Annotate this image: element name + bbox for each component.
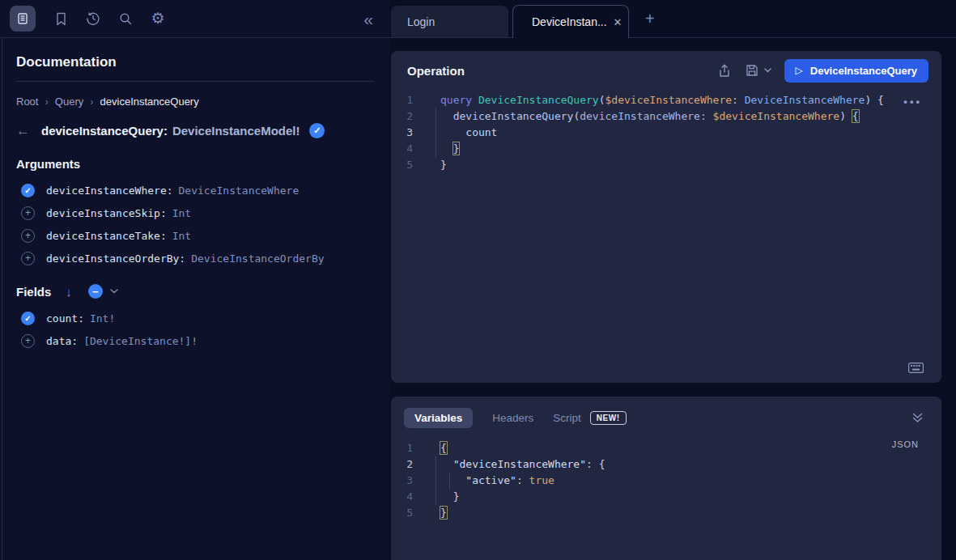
field-name: count:	[46, 312, 84, 325]
fields-heading: Fields	[16, 285, 51, 299]
documentation-icon[interactable]	[10, 6, 36, 32]
run-operation-button[interactable]: ▷ DeviceInstanceQuery	[784, 59, 928, 83]
breadcrumb-separator-icon: ›	[83, 95, 100, 108]
back-arrow-icon[interactable]: ←	[16, 124, 30, 138]
operation-title: Operation	[407, 64, 465, 78]
argument-name: deviceInstanceWhere:	[46, 185, 173, 197]
settings-gear-icon[interactable]: ⚙	[151, 11, 165, 26]
line-number: 5	[391, 157, 413, 173]
bottom-tab-bar: Variables Headers Script NEW!	[391, 397, 941, 429]
tab-variables[interactable]: Variables	[404, 408, 473, 428]
field-name: data:	[46, 335, 78, 347]
line-number: 4	[391, 141, 413, 157]
breadcrumb-query[interactable]: Query	[55, 95, 83, 108]
code-line: 1{	[391, 440, 941, 456]
share-icon[interactable]	[718, 64, 731, 78]
search-icon[interactable]	[118, 11, 133, 26]
code-line: 5}	[391, 505, 941, 521]
save-icon[interactable]	[746, 64, 771, 77]
variables-panel: Variables Headers Script NEW! JSON 1{2 "…	[391, 397, 941, 560]
documentation-panel: ⚙ « Documentation Root › Query › deviceI…	[0, 0, 389, 560]
new-tab-icon[interactable]: +	[645, 11, 655, 27]
breadcrumb-root[interactable]: Root	[16, 95, 38, 108]
argument-name: deviceInstanceTake:	[46, 230, 167, 242]
close-tab-icon[interactable]: ✕	[614, 16, 622, 28]
field-return-type[interactable]: DeviceInstanceModel!	[172, 124, 300, 138]
more-menu-icon[interactable]: •••	[903, 95, 922, 108]
tab-bar: Login DeviceInstan... ✕ +	[389, 0, 956, 38]
field-add-icon[interactable]: +	[21, 334, 35, 348]
run-label: DeviceInstanceQuery	[810, 65, 917, 77]
argument-add-icon[interactable]: +	[21, 206, 35, 220]
argument-type[interactable]: Int	[172, 207, 191, 219]
argument-name: deviceInstanceSkip:	[46, 207, 167, 219]
chevron-down-icon[interactable]	[110, 289, 118, 294]
argument-type[interactable]: Int	[172, 230, 191, 242]
code-line: 1query DeviceInstanceQuery($deviceInstan…	[391, 92, 941, 108]
keyboard-shortcuts-icon[interactable]	[908, 363, 924, 373]
tab-device-instance-query[interactable]: DeviceInstan... ✕	[512, 5, 629, 38]
tab-script[interactable]: Script	[553, 412, 581, 424]
arguments-heading: Arguments	[16, 157, 373, 171]
tab-login[interactable]: Login	[391, 6, 508, 37]
tab-label: Login	[407, 15, 435, 28]
line-number: 2	[391, 108, 413, 125]
line-number: 1	[391, 440, 413, 456]
tab-headers[interactable]: Headers	[492, 412, 533, 424]
argument-type[interactable]: DeviceInstanceWhere	[179, 185, 300, 197]
field-header: ← deviceInstanceQuery: DeviceInstanceMod…	[16, 121, 373, 139]
field-name: deviceInstanceQuery:	[41, 124, 168, 138]
save-menu-chevron-icon[interactable]	[764, 68, 771, 73]
breadcrumb-separator-icon: ›	[38, 95, 54, 108]
code-line: 2 "deviceInstanceWhere": {	[391, 456, 941, 473]
breadcrumb: Root › Query › deviceInstanceQuery	[16, 95, 373, 108]
field-type[interactable]: [DeviceInstance!]!	[83, 335, 198, 347]
field-selected-icon[interactable]: ✓	[21, 312, 35, 325]
argument-row: ✓ deviceInstanceWhere: DeviceInstanceWhe…	[16, 182, 373, 198]
fields-heading-row: Fields ↓ −	[16, 284, 373, 299]
new-badge: NEW!	[590, 411, 627, 425]
field-row: ✓ count: Int!	[16, 310, 373, 326]
panel-title: Documentation	[16, 54, 373, 70]
line-number: 5	[391, 505, 413, 521]
play-icon: ▷	[796, 66, 803, 75]
code-line: 5}	[391, 157, 941, 173]
operation-header: Operation ▷ DeviceInstanceQuery	[391, 51, 941, 83]
argument-row: + deviceInstanceOrderBy: DeviceInstanceO…	[16, 250, 373, 266]
divider	[16, 81, 373, 82]
argument-row: + deviceInstanceTake: Int	[16, 227, 373, 244]
sidebar-icon-bar: ⚙ «	[0, 0, 389, 38]
sort-down-icon[interactable]: ↓	[66, 285, 72, 299]
query-editor[interactable]: 1query DeviceInstanceQuery($deviceInstan…	[391, 92, 941, 173]
argument-type[interactable]: DeviceInstanceOrderBy	[191, 252, 324, 265]
code-line: 2 deviceInstanceQuery(deviceInstanceWher…	[391, 108, 941, 125]
code-line: 3 count	[391, 125, 941, 141]
code-line: 4 }	[391, 141, 941, 157]
line-number: 2	[391, 456, 413, 473]
code-line: 3 "active": true	[391, 473, 941, 489]
selected-check-icon: ✓	[309, 123, 325, 138]
argument-selected-icon[interactable]: ✓	[21, 184, 35, 197]
code-line: 4 }	[391, 489, 941, 505]
argument-add-icon[interactable]: +	[21, 252, 35, 265]
collapse-sidebar-icon[interactable]: «	[363, 11, 376, 28]
tab-label: DeviceInstan...	[532, 15, 607, 28]
argument-add-icon[interactable]: +	[21, 229, 35, 243]
bookmark-icon[interactable]	[53, 11, 68, 26]
argument-row: + deviceInstanceSkip: Int	[16, 205, 373, 221]
breadcrumb-current: deviceInstanceQuery	[100, 95, 199, 108]
deselect-all-icon[interactable]: −	[88, 284, 103, 299]
operation-panel: Operation ▷ DeviceInstanceQuery 1query D…	[391, 51, 941, 383]
line-number: 1	[391, 92, 413, 108]
field-row: + data: [DeviceInstance!]!	[16, 333, 373, 349]
line-number: 3	[391, 125, 413, 141]
field-type[interactable]: Int!	[90, 312, 115, 325]
variables-editor[interactable]: 1{2 "deviceInstanceWhere": {3 "active": …	[391, 440, 941, 521]
line-number: 4	[391, 489, 413, 505]
history-icon[interactable]	[86, 11, 100, 26]
argument-name: deviceInstanceOrderBy:	[46, 252, 185, 265]
collapse-panel-icon[interactable]	[911, 412, 924, 423]
line-number: 3	[391, 473, 413, 489]
